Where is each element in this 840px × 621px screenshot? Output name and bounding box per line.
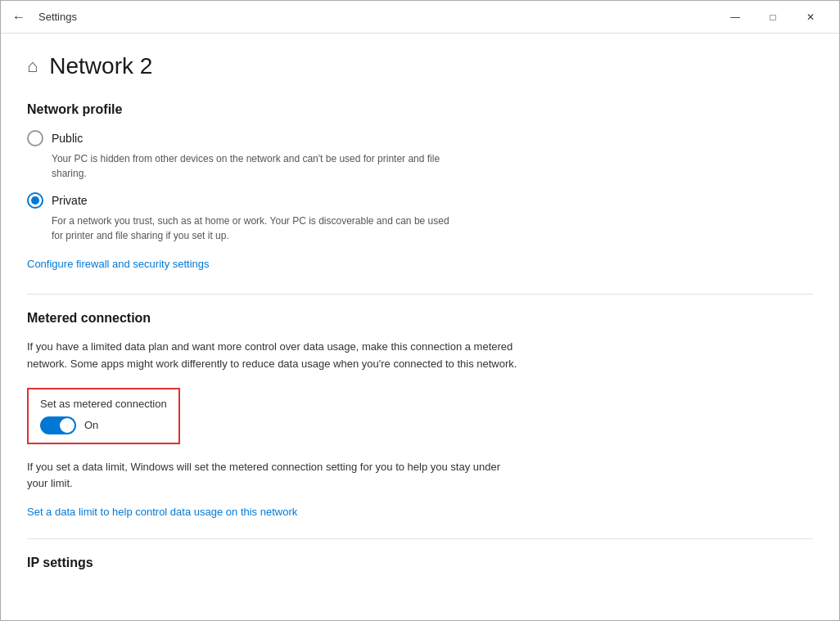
section-divider-2: [27, 538, 813, 539]
metered-connection-title: Metered connection: [27, 311, 813, 326]
metered-description: If you have a limited data plan and want…: [27, 339, 518, 373]
page-header: ⌂ Network 2: [27, 53, 813, 79]
metered-toggle-status: On: [84, 419, 98, 431]
minimize-button[interactable]: —: [716, 1, 754, 34]
network-profile-section: Network profile Public Your PC is hidden…: [27, 102, 813, 271]
private-radio-option[interactable]: Private: [27, 192, 813, 209]
settings-window: ← Settings — □ ✕ ⌂ Network 2 Network pro…: [0, 0, 840, 621]
private-radio-label: Private: [52, 194, 88, 207]
back-button[interactable]: ←: [7, 7, 30, 28]
public-radio-button[interactable]: [27, 130, 43, 146]
toggle-row: On: [40, 416, 167, 434]
data-limit-link[interactable]: Set a data limit to help control data us…: [27, 506, 297, 518]
page-title: Network 2: [49, 53, 152, 79]
maximize-button[interactable]: □: [754, 1, 792, 34]
firewall-settings-link[interactable]: Configure firewall and security settings: [27, 258, 210, 270]
home-icon: ⌂: [27, 56, 38, 77]
private-description: For a network you trust, such as at home…: [52, 214, 461, 243]
content-area: ⌂ Network 2 Network profile Public Your …: [1, 34, 839, 620]
metered-connection-section: Metered connection If you have a limited…: [27, 311, 813, 519]
public-radio-option[interactable]: Public: [27, 130, 813, 146]
network-profile-title: Network profile: [27, 102, 813, 117]
ip-settings-section: IP settings: [27, 556, 813, 570]
ip-settings-title: IP settings: [27, 556, 813, 570]
title-bar-controls: — □ ✕: [716, 1, 829, 34]
private-radio-button[interactable]: [27, 192, 43, 209]
data-limit-info: If you set a data limit, Windows will se…: [27, 459, 502, 493]
public-description: Your PC is hidden from other devices on …: [52, 151, 461, 181]
metered-toggle-switch[interactable]: [40, 416, 76, 434]
title-bar-title: Settings: [38, 11, 77, 23]
section-divider-1: [27, 294, 813, 295]
public-radio-label: Public: [52, 132, 83, 145]
metered-toggle-box: Set as metered connection On: [27, 388, 180, 444]
title-bar: ← Settings — □ ✕: [1, 1, 839, 34]
metered-toggle-label: Set as metered connection: [40, 398, 167, 410]
title-bar-left: ← Settings: [7, 7, 77, 28]
close-button[interactable]: ✕: [792, 1, 829, 34]
